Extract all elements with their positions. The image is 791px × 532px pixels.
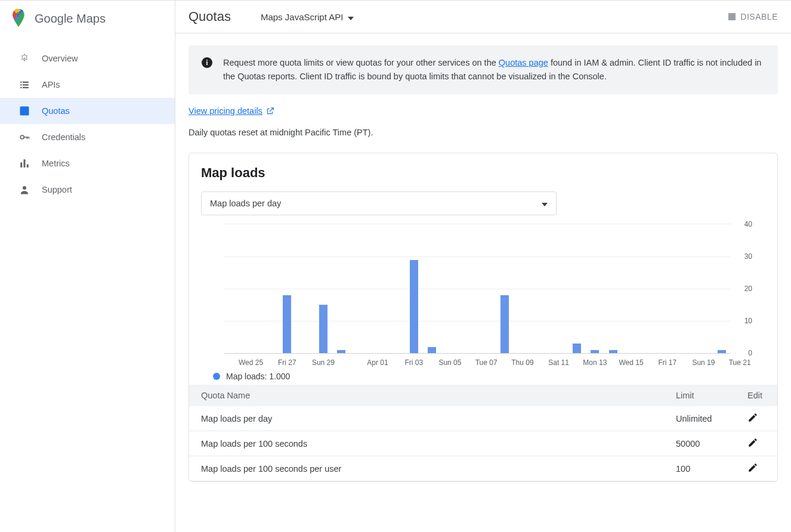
disable-button[interactable]: DISABLE bbox=[728, 12, 778, 21]
person-icon bbox=[18, 184, 31, 196]
y-tick: 20 bbox=[744, 284, 752, 293]
x-tick: Fri 27 bbox=[278, 358, 296, 367]
svg-point-11 bbox=[20, 135, 24, 139]
api-selector-label: Maps JavaScript API bbox=[261, 12, 343, 22]
quota-icon bbox=[18, 105, 31, 117]
edit-button[interactable] bbox=[747, 437, 758, 448]
svg-rect-5 bbox=[20, 87, 21, 88]
sidebar-item-label: Credentials bbox=[42, 132, 85, 142]
quota-limit: 100 bbox=[664, 456, 736, 481]
y-tick: 40 bbox=[744, 220, 752, 228]
list-icon bbox=[18, 79, 31, 91]
caret-down-icon bbox=[542, 199, 548, 208]
x-tick: Tue 21 bbox=[729, 358, 751, 367]
edit-button[interactable] bbox=[747, 412, 758, 423]
main-content: Quotas Maps JavaScript API DISABLE i Req… bbox=[175, 1, 791, 532]
x-tick: Apr 01 bbox=[367, 358, 388, 367]
chart-bar[interactable] bbox=[428, 347, 436, 354]
svg-rect-12 bbox=[20, 163, 22, 168]
svg-rect-8 bbox=[23, 87, 29, 88]
api-overview-icon bbox=[18, 52, 31, 64]
quota-limit: 50000 bbox=[664, 431, 736, 456]
col-header-name: Quota Name bbox=[189, 385, 664, 406]
x-tick: Wed 25 bbox=[239, 358, 263, 367]
bars-icon bbox=[18, 157, 31, 169]
quota-name: Map loads per 100 seconds per user bbox=[189, 456, 664, 481]
x-tick: Sat 11 bbox=[548, 358, 569, 367]
brand: Google Maps bbox=[0, 1, 175, 37]
sidebar-item-overview[interactable]: Overview bbox=[0, 45, 175, 72]
reset-note: Daily quotas reset at midnight Pacific T… bbox=[189, 128, 778, 137]
svg-rect-4 bbox=[20, 84, 21, 85]
svg-point-2 bbox=[24, 58, 26, 60]
y-tick: 10 bbox=[744, 317, 752, 325]
chart-bar[interactable] bbox=[609, 350, 617, 353]
sidebar-item-apis[interactable]: APIs bbox=[0, 72, 175, 98]
map-loads-card: Map loads Map loads per day 010203040Wed… bbox=[189, 153, 778, 482]
sidebar-item-quotas[interactable]: Quotas bbox=[0, 98, 175, 124]
quota-name: Map loads per 100 seconds bbox=[189, 431, 664, 456]
x-tick: Fri 17 bbox=[658, 358, 676, 367]
y-tick: 0 bbox=[748, 349, 752, 357]
svg-rect-10 bbox=[20, 113, 29, 115]
svg-point-15 bbox=[23, 186, 26, 190]
x-tick: Thu 09 bbox=[511, 358, 533, 367]
granularity-select[interactable]: Map loads per day bbox=[201, 191, 557, 215]
svg-rect-14 bbox=[27, 165, 29, 168]
sidebar-item-label: APIs bbox=[42, 80, 60, 89]
svg-rect-13 bbox=[24, 159, 26, 168]
plot-area: 010203040 bbox=[224, 224, 731, 354]
chart-legend: Map loads: 1.000 bbox=[206, 372, 761, 381]
chart-bar[interactable] bbox=[319, 305, 327, 353]
svg-rect-7 bbox=[23, 84, 29, 85]
sidebar-item-label: Overview bbox=[42, 54, 78, 63]
x-tick: Fri 03 bbox=[404, 358, 423, 367]
chart-bar[interactable] bbox=[718, 350, 726, 353]
select-label: Map loads per day bbox=[210, 199, 281, 208]
legend-label: Map loads: 1.000 bbox=[226, 372, 290, 381]
stop-icon bbox=[728, 13, 736, 20]
sidebar-item-label: Metrics bbox=[42, 159, 70, 168]
table-row: Map loads per 100 seconds per user100 bbox=[189, 456, 777, 481]
api-selector[interactable]: Maps JavaScript API bbox=[261, 12, 354, 22]
svg-rect-3 bbox=[20, 82, 21, 83]
external-link-icon bbox=[266, 107, 274, 115]
chart-bar[interactable] bbox=[573, 344, 581, 353]
svg-rect-6 bbox=[23, 82, 29, 83]
disable-label: DISABLE bbox=[740, 12, 778, 21]
table-row: Map loads per dayUnlimited bbox=[189, 406, 777, 431]
col-header-limit: Limit bbox=[664, 385, 736, 406]
chart-bar[interactable] bbox=[500, 295, 509, 353]
info-banner: i Request more quota limits or view quot… bbox=[189, 45, 778, 94]
card-title: Map loads bbox=[201, 165, 765, 181]
quotas-page-link[interactable]: Quotas page bbox=[499, 58, 548, 67]
x-tick: Wed 15 bbox=[619, 358, 643, 367]
chart-bar[interactable] bbox=[337, 350, 345, 353]
sidebar-item-metrics[interactable]: Metrics bbox=[0, 150, 175, 177]
x-tick: Sun 29 bbox=[312, 358, 335, 367]
col-header-edit: Edit bbox=[736, 385, 777, 406]
quota-table: Quota Name Limit Edit Map loads per dayU… bbox=[189, 385, 777, 481]
quota-name: Map loads per day bbox=[189, 406, 664, 431]
x-tick: Sun 19 bbox=[692, 358, 715, 367]
edit-button[interactable] bbox=[747, 462, 758, 473]
sidebar-item-support[interactable]: Support bbox=[0, 177, 175, 203]
chart: 010203040Wed 25Fri 27Sun 29Apr 01Fri 03S… bbox=[201, 224, 765, 381]
quota-limit: Unlimited bbox=[664, 406, 736, 431]
sidebar-item-credentials[interactable]: Credentials bbox=[0, 124, 175, 150]
sidebar-item-label: Quotas bbox=[42, 106, 70, 116]
info-text: Request more quota limits or view quotas… bbox=[223, 56, 765, 83]
x-tick: Mon 13 bbox=[583, 358, 607, 367]
brand-name: Google Maps bbox=[35, 12, 106, 26]
google-maps-logo-icon bbox=[12, 9, 25, 29]
chart-bar[interactable] bbox=[283, 295, 291, 353]
x-tick: Sun 05 bbox=[438, 358, 461, 367]
chart-bar[interactable] bbox=[410, 260, 418, 354]
view-pricing-link[interactable]: View pricing details bbox=[189, 106, 274, 116]
y-tick: 30 bbox=[744, 252, 752, 261]
chart-bar[interactable] bbox=[591, 350, 599, 353]
legend-dot-icon bbox=[213, 373, 220, 380]
info-icon: i bbox=[202, 57, 212, 68]
key-icon bbox=[18, 131, 31, 143]
sidebar-item-label: Support bbox=[42, 185, 72, 194]
